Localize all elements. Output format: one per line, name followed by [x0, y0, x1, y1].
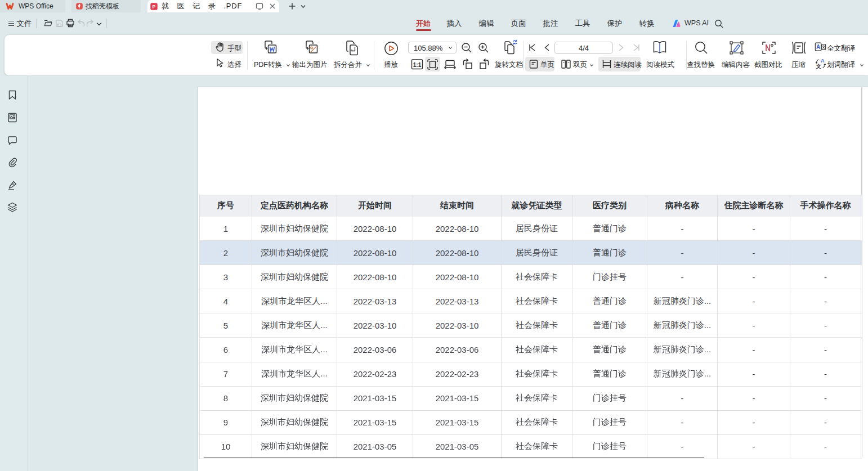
svg-text:1:1: 1:1 — [413, 62, 422, 68]
svg-text:文: 文 — [816, 64, 821, 69]
svg-text:A: A — [821, 58, 825, 64]
svg-text:P: P — [153, 3, 156, 9]
svg-text:A: A — [816, 44, 820, 50]
